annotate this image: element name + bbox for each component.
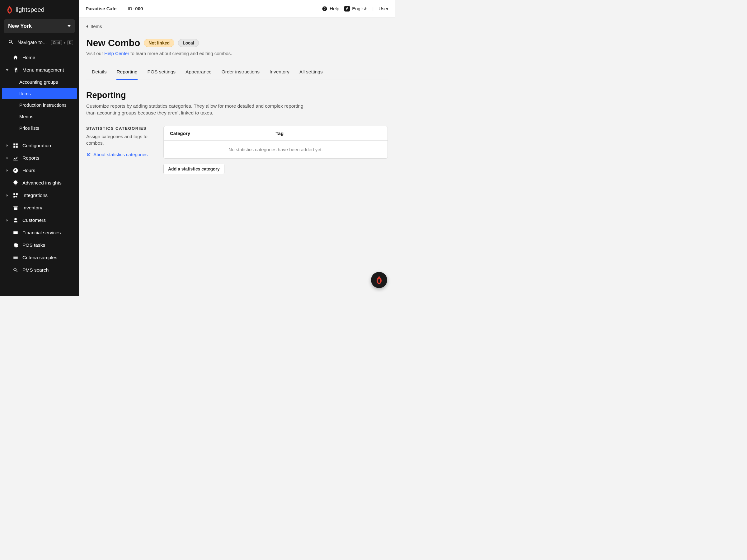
stats-hint: Assign categories and tags to combos.	[86, 133, 155, 146]
stats-empty: No statistics categories have been added…	[164, 141, 387, 158]
nav-label: Integrations	[22, 193, 48, 198]
tab-inventory[interactable]: Inventory	[269, 65, 289, 80]
stats-label: STATISTICS CATEGORIES	[86, 126, 155, 131]
language-select[interactable]: A English	[344, 6, 367, 11]
page-title: New Combo	[86, 38, 140, 48]
box-icon	[12, 205, 19, 211]
subnav-production-instructions[interactable]: Production instructions	[0, 99, 79, 111]
nav-menu-management[interactable]: Menu management	[0, 64, 79, 76]
col-category: Category	[170, 131, 276, 136]
nav-label: PMS search	[22, 267, 49, 273]
location-label: New York	[8, 23, 32, 29]
about-stats-link[interactable]: About statistics categories	[86, 152, 155, 157]
search-icon	[12, 267, 19, 273]
nav-list: Home Menu management Accounting groups I…	[0, 50, 79, 276]
nav-financial-services[interactable]: Financial services	[0, 226, 79, 239]
stats-sidebar: STATISTICS CATEGORIES Assign categories …	[86, 126, 155, 157]
grid-icon	[12, 142, 19, 149]
user-menu[interactable]: User	[379, 6, 388, 11]
utensils-icon	[12, 67, 19, 73]
chevron-down-icon	[6, 70, 8, 71]
nav-advanced-insights[interactable]: Advanced insights	[0, 177, 79, 189]
subnav-items[interactable]: Items	[2, 88, 77, 99]
tab-appearance[interactable]: Appearance	[185, 65, 212, 80]
tabs: Details Reporting POS settings Appearanc…	[86, 65, 388, 80]
subnav-menus[interactable]: Menus	[0, 111, 79, 122]
nav-customers[interactable]: Customers	[0, 214, 79, 226]
user-icon	[12, 217, 19, 223]
stats-panel-header: Category Tag	[164, 126, 387, 141]
flame-icon	[376, 276, 383, 284]
nav-search-shortcut: Cmd + K	[51, 40, 73, 45]
nav-label: Hours	[22, 168, 35, 173]
stats-panel-col: Category Tag No statistics categories ha…	[163, 126, 388, 174]
language-icon: A	[344, 6, 350, 11]
nav-label: Configuration	[22, 143, 51, 149]
nav-label: POS tasks	[22, 242, 45, 248]
stats-panel: Category Tag No statistics categories ha…	[163, 126, 388, 159]
help-link[interactable]: ? Help	[322, 6, 339, 11]
tab-all-settings[interactable]: All settings	[300, 65, 323, 80]
subnav-price-lists[interactable]: Price lists	[0, 122, 79, 134]
title-row: New Combo Not linked Local	[86, 38, 388, 48]
help-fab[interactable]	[371, 272, 387, 288]
nav-label: Advanced insights	[22, 180, 61, 186]
nav-search[interactable]: Navigate to... Cmd + K	[0, 36, 79, 50]
search-icon	[8, 39, 14, 46]
business-name: Paradise Cafe	[85, 6, 117, 11]
money-icon	[12, 230, 19, 236]
nav-label: Criteria samples	[22, 255, 57, 260]
help-icon: ?	[322, 6, 328, 11]
brand-name: lightspeed	[16, 6, 45, 14]
section-desc: Customize reports by adding statistics c…	[86, 103, 304, 117]
badge-not-linked: Not linked	[144, 39, 174, 47]
main: Paradise Cafe | ID: 000 ? Help A English…	[79, 0, 395, 296]
col-tag: Tag	[276, 131, 382, 136]
gear-icon	[12, 242, 19, 248]
nav-home[interactable]: Home	[0, 51, 79, 64]
nav-criteria-samples[interactable]: Criteria samples	[0, 251, 79, 264]
nav-label: Reports	[22, 155, 39, 161]
nav-pos-tasks[interactable]: POS tasks	[0, 239, 79, 251]
chevron-right-icon	[6, 194, 8, 196]
home-icon	[12, 54, 19, 61]
nav-integrations[interactable]: Integrations	[0, 189, 79, 202]
divider: |	[372, 6, 374, 11]
tab-order-instructions[interactable]: Order instructions	[222, 65, 260, 80]
tab-reporting[interactable]: Reporting	[117, 65, 137, 80]
tab-details[interactable]: Details	[92, 65, 106, 80]
sidebar: lightspeed New York Navigate to... Cmd +…	[0, 0, 79, 296]
nav-label: Menu management	[22, 67, 64, 73]
breadcrumb-items[interactable]: Items	[86, 24, 388, 29]
help-center-link[interactable]: Help Center	[104, 51, 129, 56]
location-select[interactable]: New York	[4, 19, 75, 33]
nav-label: Customers	[22, 217, 46, 223]
section-title: Reporting	[86, 90, 388, 100]
chevron-right-icon	[6, 157, 8, 159]
brand-logo[interactable]: lightspeed	[0, 0, 79, 18]
nav-inventory[interactable]: Inventory	[0, 202, 79, 214]
business-id: ID: 000	[128, 6, 143, 11]
list-icon	[12, 255, 19, 261]
chevron-right-icon	[6, 169, 8, 172]
add-stats-category-button[interactable]: Add a statistics category	[163, 164, 225, 174]
chevron-left-icon	[86, 25, 88, 28]
topbar: Paradise Cafe | ID: 000 ? Help A English…	[79, 0, 395, 18]
nav-configuration[interactable]: Configuration	[0, 139, 79, 152]
page-subtext: Visit our Help Center to learn more abou…	[86, 51, 388, 56]
svg-text:?: ?	[324, 6, 326, 10]
chevron-right-icon	[6, 144, 8, 147]
nav-label: Financial services	[22, 230, 61, 236]
nav-reports[interactable]: Reports	[0, 152, 79, 164]
apps-icon	[12, 192, 19, 198]
badge-local: Local	[178, 39, 199, 47]
lightbulb-icon	[12, 180, 19, 186]
tab-pos-settings[interactable]: POS settings	[148, 65, 176, 80]
subnav-accounting-groups[interactable]: Accounting groups	[0, 76, 79, 88]
nav-hours[interactable]: Hours	[0, 164, 79, 177]
nav-label: Home	[22, 55, 35, 60]
stats-area: STATISTICS CATEGORIES Assign categories …	[86, 126, 388, 174]
nav-pms-search[interactable]: PMS search	[0, 264, 79, 276]
content: Items New Combo Not linked Local Visit o…	[79, 18, 395, 296]
nav-label: Inventory	[22, 205, 42, 211]
